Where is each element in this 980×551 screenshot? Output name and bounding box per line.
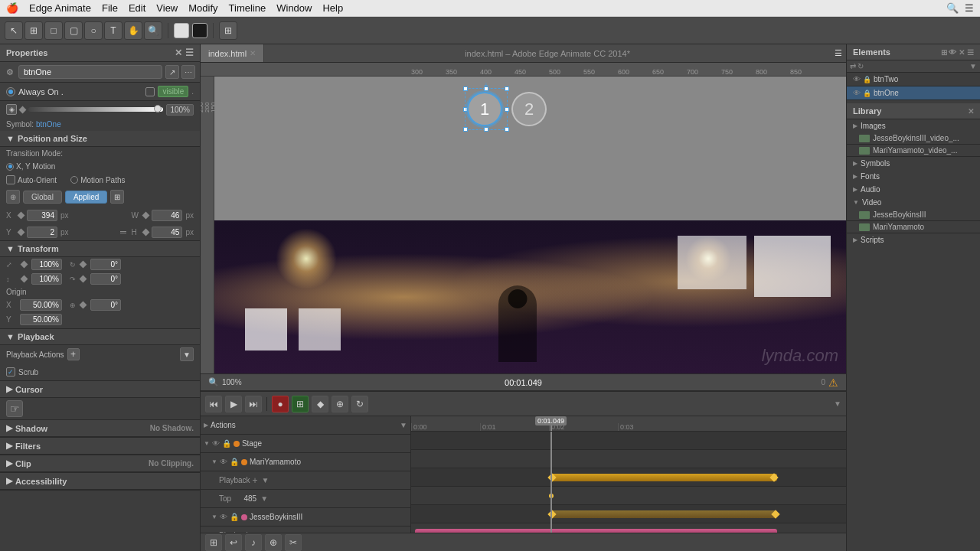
properties-close-icon[interactable]: ☰ (185, 47, 194, 58)
lib-fonts[interactable]: ▶ Fonts (847, 170, 980, 183)
menu-timeline[interactable]: Timeline (229, 2, 266, 14)
zoom-control[interactable]: 🔍 100% (208, 377, 242, 387)
panel-options[interactable]: ☰ (831, 44, 846, 62)
origin-angle-input[interactable] (90, 299, 121, 311)
stroke-color[interactable] (192, 23, 207, 38)
opacity-keyframe[interactable] (19, 106, 27, 113)
library-close[interactable]: ✕ (968, 107, 974, 116)
auto-orient-option[interactable]: Auto-Orient (6, 175, 57, 184)
accessibility-header[interactable]: ▶ Accessibility (0, 473, 200, 490)
always-on-toggle[interactable] (6, 87, 15, 96)
forward-button[interactable]: ⏭ (245, 396, 262, 412)
x-input[interactable] (27, 210, 57, 221)
origin-x-input[interactable] (20, 299, 62, 311)
lib-symbols[interactable]: ▶ Symbols (847, 157, 980, 170)
tl-bottom-2[interactable]: ↩ (225, 534, 242, 551)
tl-bottom-4[interactable]: ⊕ (265, 534, 282, 551)
rotate-x-keyframe[interactable] (80, 261, 87, 269)
tl-bottom-3[interactable]: ♪ (245, 534, 262, 551)
grid-toggle[interactable]: ⊞ (110, 190, 124, 204)
clip-header[interactable]: ▶ Clip No Clipping . (0, 455, 200, 472)
cursor-picker[interactable]: ☞ (6, 400, 23, 417)
play-button[interactable]: ▶ (225, 396, 242, 412)
scrub-checkbox[interactable]: ✓ (6, 367, 15, 377)
applied-button[interactable]: Applied (65, 191, 107, 204)
el-btnone[interactable]: 👁 🔒 btnOne (847, 86, 980, 100)
menu-edit[interactable]: Edit (129, 2, 145, 14)
transform-tool[interactable]: ⊞ (24, 21, 43, 40)
lib-jesse[interactable]: JesseBoykinsIII (847, 209, 980, 221)
rect-tool[interactable]: □ (44, 21, 63, 40)
elements-sync[interactable]: ⇄ (850, 62, 856, 70)
zoom-tool-btn[interactable]: 🔍 (144, 21, 162, 40)
scale-y-keyframe[interactable] (21, 276, 28, 283)
element-name-input[interactable]: btnOne (18, 65, 162, 79)
menu-file[interactable]: File (102, 2, 118, 14)
auto-orient-checkbox[interactable] (6, 175, 15, 184)
skew-input[interactable] (90, 273, 121, 285)
filters-header[interactable]: ▶ Filters (0, 438, 200, 455)
rotate-x-input[interactable] (90, 259, 121, 270)
w-input[interactable] (152, 210, 182, 221)
visibility-toggle[interactable] (145, 87, 155, 96)
h-input[interactable] (152, 227, 182, 238)
fill-color[interactable] (174, 23, 189, 38)
shadow-header[interactable]: ▶ Shadow No Shadow . (0, 420, 200, 437)
properties-menu-icon[interactable]: ✕ (175, 47, 182, 58)
playback-header[interactable]: ▼ Playback (0, 329, 200, 345)
btnone-lock[interactable]: 🔒 (863, 90, 871, 97)
scale-x-input[interactable] (31, 259, 62, 270)
search-icon[interactable]: 🔍 (946, 2, 959, 14)
menu-modify[interactable]: Modify (188, 2, 217, 14)
rounded-rect-tool[interactable]: ▢ (64, 21, 83, 40)
panel-icon[interactable]: ☰ (965, 2, 974, 14)
easing-button[interactable]: ◆ (312, 396, 328, 412)
lib-audio[interactable]: ▶ Audio (847, 183, 980, 196)
button-2[interactable]: 2 (511, 92, 547, 126)
h-keyframe[interactable] (142, 228, 150, 236)
scale-x-keyframe[interactable] (21, 261, 28, 269)
origin-y-input[interactable] (20, 314, 62, 325)
btntwo-lock[interactable]: 🔒 (863, 76, 871, 83)
xy-motion-option[interactable]: X, Y Motion (6, 162, 55, 171)
btntwo-eye[interactable]: 👁 (853, 75, 861, 83)
y-keyframe[interactable] (18, 228, 25, 236)
elements-collapse[interactable]: ▼ (969, 62, 977, 70)
element-action-1[interactable]: ↗ (165, 65, 179, 79)
add-playback-action[interactable]: + (67, 348, 80, 360)
cursor-header[interactable]: ▶ Cursor (0, 381, 200, 398)
w-keyframe[interactable] (142, 211, 150, 219)
menu-view[interactable]: View (156, 2, 178, 14)
record-button[interactable]: ● (272, 396, 289, 412)
select-tool[interactable]: ↖ (5, 21, 23, 40)
x-keyframe[interactable] (18, 211, 25, 219)
menu-window[interactable]: Window (276, 2, 312, 14)
grid-view[interactable]: ⊞ (219, 21, 237, 40)
timeline-ruler[interactable]: 0:00 0:01 0:02 0:03 0:01.049 (411, 416, 846, 432)
lib-jesse-video[interactable]: JesseBoykinsIII_video_... (847, 132, 980, 145)
pan-tool[interactable]: ✋ (124, 21, 142, 40)
elements-refresh[interactable]: ↻ (858, 62, 864, 70)
menu-help[interactable]: Help (322, 2, 343, 14)
btnone-eye[interactable]: 👁 (853, 89, 861, 97)
scale-y-input[interactable] (31, 273, 62, 285)
skew-keyframe[interactable] (80, 276, 87, 283)
loop-button[interactable]: ↻ (351, 396, 368, 412)
menu-edge-animate[interactable]: Edge Animate (29, 2, 91, 14)
snap-button[interactable]: ⊕ (332, 396, 348, 412)
auto-keyframe-button[interactable]: ⊞ (292, 396, 309, 412)
doc-tab-index[interactable]: index.html ✕ (201, 44, 264, 62)
global-button[interactable]: Global (23, 191, 62, 204)
el-btntwo[interactable]: 👁 🔒 btnTwo (847, 73, 980, 86)
apple-menu[interactable]: 🍎 (6, 2, 18, 14)
lib-mari-video[interactable]: MariYamamoto_video_... (847, 145, 980, 157)
transform-header[interactable]: ▼ Transform (0, 241, 200, 257)
doc-tab-close[interactable]: ✕ (250, 49, 256, 57)
expand-playback[interactable]: ▼ (180, 347, 194, 361)
symbol-name[interactable]: btnOne (36, 120, 61, 129)
lib-scripts[interactable]: ▶ Scripts (847, 233, 980, 246)
tl-bottom-1[interactable]: ⊞ (205, 534, 222, 551)
y-input[interactable] (27, 227, 57, 238)
position-size-header[interactable]: ▼ Position and Size (0, 131, 200, 147)
lib-mari[interactable]: MariYamamoto (847, 221, 980, 233)
